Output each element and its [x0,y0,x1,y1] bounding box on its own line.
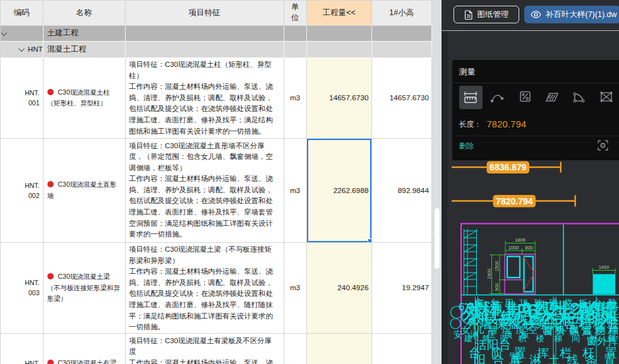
crossed-polygon-icon [598,89,615,105]
header-code[interactable]: 编码 [0,0,44,26]
collapse-chevron-icon[interactable] [18,45,25,52]
eye-icon [531,11,541,18]
group-code: HNT [28,45,43,53]
table-header-row: 编码 名称 项目特征 单位 工程量<< 1#小高 [0,0,432,26]
row-unit[interactable]: m3 [284,139,308,243]
selected-quantity-cell[interactable]: 2262.6988 [307,139,372,243]
group-row-concrete[interactable]: HNT 混凝土工程 [0,42,432,58]
length-readout: 长度： 7820.794 [459,115,527,133]
svg-text:2400: 2400 [486,269,492,279]
group-row-civil[interactable]: 土建工程 [0,26,432,42]
row-quantity[interactable] [307,334,372,364]
drawing-manager-button[interactable]: 图纸管理 [454,6,519,23]
row-building[interactable]: 892.9844 [372,139,433,243]
svg-text:1806: 1806 [515,237,526,243]
row-code[interactable]: HNT. [0,334,44,364]
dim-value-2: 7820.794 [496,196,533,206]
empty-cell [126,42,284,58]
header-unit[interactable]: 单位 [284,0,308,26]
cad-label-balcony: 活阳台 [475,338,511,351]
header-quantity[interactable]: 工程量<< [307,0,372,26]
row-code[interactable]: HNT.001 [0,58,44,139]
empty-cell [372,42,433,58]
boq-table: 编码 名称 项目特征 单位 工程量<< 1#小高 土建工程 HNT 混凝土工程 … [0,0,432,364]
group-code-cell[interactable]: HNT [0,42,44,58]
cad-text-jumble: 残柱上P6级土2酸喷 教技居飘窗栏杆压顶硅 68厚石材台面装饰线条墙 外墙保温砂… [450,296,619,364]
table-row[interactable]: HNT. C30现浇混凝土有梁 项目特征：C30现浇混凝土有梁板及不区分厚度 工… [0,334,432,364]
empty-cell [126,26,284,42]
row-quantity[interactable]: 240.4926 [307,243,372,334]
collapse-chevron-icon[interactable] [1,30,7,36]
row-quantity[interactable]: 14657.6730 [307,58,372,139]
measure-scale-tool[interactable] [514,86,537,109]
row-feature[interactable]: 项目特征：C30现浇混凝土梁（不与板连接矩形梁和异形梁） 工作内容：混凝土材料场… [126,243,284,334]
vertical-scrollbar[interactable] [432,0,442,364]
measure-area-tool[interactable] [541,86,564,109]
row-name[interactable]: C30现浇混凝土有梁 [44,334,126,364]
cad-viewer-pane: 6836.879 7820.794 [442,0,619,364]
row-name[interactable]: C30现浇混凝土柱（矩形柱、异型柱） [44,58,126,139]
document-icon [464,10,473,20]
cad-label-window: 窗外挥 [586,335,618,347]
row-building[interactable] [372,334,433,364]
fill-handle[interactable] [368,238,372,243]
red-dot-icon [47,89,54,95]
dim-value-1: 6836.879 [490,162,527,172]
empty-cell [284,26,308,42]
measure-arc-area-tool[interactable] [568,86,591,109]
cad-label-zhi: 置 [509,352,520,364]
red-dot-icon [47,181,54,187]
row-unit[interactable] [284,334,308,364]
empty-cell [372,26,433,42]
svg-text:800: 800 [525,245,533,250]
cad-cyan-block [593,274,616,295]
measure-length-tool[interactable] [459,86,483,109]
row-name[interactable]: C30现浇混凝土直形墙 [44,139,126,243]
active-drawing-file-button[interactable]: 补百叶大样(7)(1).dw [524,6,619,23]
row-building[interactable]: 19.2947 [372,243,433,334]
hatched-area-icon [544,89,560,105]
measure-polyline-tool[interactable] [486,86,510,109]
row-feature[interactable]: 项目特征：C30现浇混凝土有梁板及不区分厚度 工作内容：混凝土材料场内外运输、泵… [126,334,284,364]
ruler-icon [463,90,478,105]
empty-cell [307,26,372,42]
delete-button[interactable]: 删除 [459,141,474,151]
row-feature[interactable]: 项目特征：C30现浇混凝土柱（矩形柱、异型柱） 工作内容：混凝土材料场内外运输、… [126,58,284,139]
measure-panel-title: 测量 [452,60,619,83]
group-name: 土建工程 [44,26,126,42]
row-code[interactable]: HNT.003 [0,243,44,334]
red-dot-icon [47,360,54,364]
row-feature[interactable]: 项目特征：C30现浇混凝土直形墙不区分厚度，（界定范围：包含女儿墙、飘窗侧墙，空… [126,139,284,243]
length-value: 7820.794 [487,119,527,129]
group-name: 混凝土工程 [44,42,126,58]
viewer-gutter [442,31,447,364]
panel-divider [452,136,619,136]
empty-cell [307,42,372,58]
row-unit[interactable]: m3 [284,58,308,139]
svg-text:1000: 1000 [508,245,519,250]
row-building[interactable]: 14657.6730 [372,58,433,139]
group-code-cell[interactable] [0,26,44,42]
table-row[interactable]: HNT.001 C30现浇混凝土柱（矩形柱、异型柱） 项目特征：C30现浇混凝土… [0,58,432,139]
svg-text:900: 900 [494,283,500,291]
boq-table-pane: 编码 名称 项目特征 单位 工程量<< 1#小高 土建工程 HNT 混凝土工程 … [0,0,432,364]
table-row[interactable]: HNT.003 C30现浇混凝土梁（不与板连接矩形梁和异形梁） 项目特征：C30… [0,243,432,334]
measure-panel: 测量 [452,60,619,160]
svg-text:1500: 1500 [494,261,500,272]
table-row[interactable]: HNT.002 C30现浇混凝土直形墙 项目特征：C30现浇混凝土直形墙不区分厚… [0,139,432,243]
scrollbar-thumb[interactable] [435,208,440,269]
header-feature[interactable]: 项目特征 [126,0,284,26]
locate-icon[interactable] [598,140,608,151]
length-label: 长度： [459,119,482,130]
percent-box-icon [517,89,533,105]
curve-length-icon [490,89,506,105]
row-code[interactable]: HNT.002 [0,139,44,243]
row-unit[interactable]: m3 [284,243,308,334]
svg-text:1400: 1400 [599,264,610,270]
row-name[interactable]: C30现浇混凝土梁（不与板连接矩形梁和异形梁） [44,243,126,334]
arc-area-icon [571,89,587,105]
measure-polygon-tool[interactable] [595,86,618,109]
viewer-header-bar: 图纸管理 补百叶大样(7)(1).dw [442,0,619,31]
header-building[interactable]: 1#小高 [372,0,433,26]
header-name[interactable]: 名称 [44,0,126,26]
